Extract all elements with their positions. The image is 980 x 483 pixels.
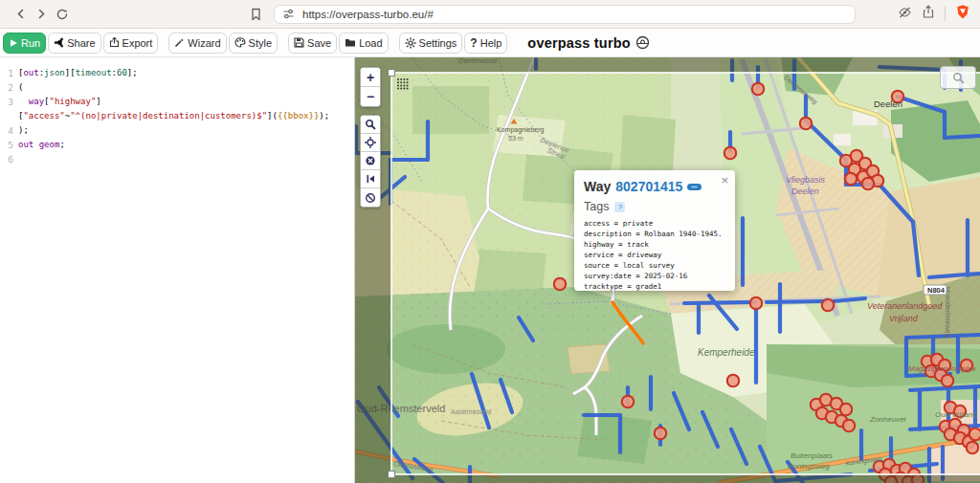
browser-chrome: https://overpass-turbo.eu/# (0, 0, 980, 29)
line-number: 2 (0, 80, 13, 95)
site-settings-icon (282, 8, 295, 20)
code-line[interactable]: 5out geom; (0, 138, 354, 152)
map-marker[interactable] (862, 178, 874, 189)
zoom-in-button[interactable]: + (361, 68, 380, 87)
forward-icon[interactable] (31, 4, 52, 25)
query-way[interactable] (684, 302, 754, 303)
help-button[interactable]: ? Help (464, 33, 507, 54)
way-id-link[interactable]: 802701415 (615, 179, 682, 194)
code-line[interactable]: 6 (0, 152, 354, 166)
map-label: Veteranenlandgoed (867, 301, 943, 311)
palette-icon (234, 37, 246, 48)
question-icon: ? (470, 36, 477, 50)
extensions-icon[interactable] (898, 5, 912, 23)
query-way[interactable] (834, 298, 865, 301)
settings-button[interactable]: Settings (399, 33, 463, 54)
query-editor[interactable]: 1[out:json][timeout:60];2(3 way["highway… (0, 57, 355, 483)
bbox-handle-nw[interactable] (389, 70, 395, 77)
folder-icon (345, 37, 356, 48)
divider (945, 7, 946, 21)
code-line[interactable]: 1[out:json][timeout:60]; (0, 66, 354, 80)
save-button[interactable]: Save (288, 33, 337, 54)
map-label: Vliegbasis (786, 175, 826, 185)
disable-button[interactable] (361, 188, 380, 207)
feature-popup: × Way 802701415 Tags ? access = privated… (574, 170, 735, 291)
map-marker[interactable] (724, 147, 736, 159)
run-button[interactable]: Run (3, 33, 46, 54)
map-label: Deelen (791, 187, 819, 196)
popup-tags-label: Tags (584, 200, 609, 213)
code-line[interactable]: 4); (0, 123, 354, 138)
popup-close-icon[interactable]: × (721, 173, 728, 187)
code-line[interactable]: 2( (0, 80, 354, 95)
map-tools-control (360, 115, 381, 208)
reload-icon[interactable] (52, 4, 73, 25)
style-button[interactable]: Style (229, 33, 278, 54)
query-way[interactable] (767, 301, 826, 302)
map-label: Kompagnieberg (497, 126, 545, 134)
map-marker[interactable] (967, 442, 978, 453)
line-number: 5 (0, 138, 13, 152)
map-label: Aalderinksveld (451, 408, 492, 415)
share-icon[interactable] (922, 5, 935, 23)
map-marker[interactable] (752, 83, 764, 95)
map-marker[interactable] (655, 428, 666, 439)
wizard-button[interactable]: Wizard (168, 33, 226, 54)
map-marker[interactable] (554, 278, 566, 290)
line-number: 1 (0, 66, 13, 80)
map-label: Kemperheide (698, 347, 755, 358)
map-marker[interactable] (622, 396, 634, 407)
map-label: Buitenplaats (791, 451, 833, 460)
map-marker[interactable] (942, 375, 953, 386)
map-marker[interactable] (822, 299, 834, 311)
code-line[interactable]: 3 way["highway"] (0, 95, 354, 109)
search-button[interactable] (361, 116, 380, 134)
search-icon (952, 72, 965, 84)
map-marker[interactable] (800, 118, 812, 129)
map-label: Koningsweg (788, 462, 830, 471)
map-marker[interactable] (750, 297, 762, 309)
bbox-handle-sw[interactable] (389, 472, 395, 478)
map-label: Zonheuvel (869, 415, 906, 424)
map-label: Deelen (874, 99, 902, 109)
map-canvas[interactable]: Kompagnieberg53 mDeelenseStraalDeelenDee… (355, 57, 980, 483)
url-bar[interactable]: https://overpass-turbo.eu/# (274, 5, 856, 24)
map-marker[interactable] (969, 428, 980, 440)
wand-icon (174, 37, 185, 48)
query-way[interactable] (945, 136, 980, 138)
map-search-box[interactable] (940, 66, 976, 89)
map-label: Vrijland (889, 314, 919, 323)
osm-link-icon[interactable] (687, 183, 702, 191)
bookmark-icon[interactable] (245, 4, 266, 25)
line-number: 6 (0, 152, 13, 166)
map-marker[interactable] (840, 404, 852, 415)
query-way[interactable] (906, 335, 980, 338)
popup-tag-list: access = privatedescription = Rolbaan 19… (584, 218, 725, 292)
app-toolbar: Run Share Export Wizard Style Save Load (0, 29, 980, 57)
code-line[interactable]: ["access"~"^(no|private|destination|cust… (0, 109, 354, 123)
url-text: https://overpass-turbo.eu/# (302, 9, 434, 20)
map-marker[interactable] (727, 375, 739, 386)
locate-button[interactable] (361, 134, 380, 152)
zoom-out-button[interactable]: − (361, 87, 380, 106)
brave-icon[interactable] (955, 4, 970, 24)
export-button[interactable]: Export (103, 33, 159, 54)
tags-help-badge[interactable]: ? (614, 202, 625, 212)
map-marker[interactable] (845, 173, 857, 185)
floppy-icon (294, 37, 304, 48)
back-icon[interactable] (10, 4, 31, 25)
map-marker[interactable] (843, 420, 855, 431)
popup-type: Way (584, 179, 611, 194)
clear-button[interactable] (361, 152, 380, 170)
load-button[interactable]: Load (339, 33, 388, 54)
app-title: overpass turbo (527, 35, 631, 51)
overpass-turbo-logo-icon (635, 35, 650, 50)
share-button[interactable]: Share (48, 33, 100, 54)
line-number: 3 (0, 95, 13, 109)
gear-icon (405, 37, 416, 49)
zoom-control: + − (360, 67, 381, 107)
skip-to-data-button[interactable] (361, 170, 380, 188)
play-icon (9, 38, 18, 48)
map-label: 53 m (508, 135, 523, 142)
export-icon (109, 37, 120, 48)
